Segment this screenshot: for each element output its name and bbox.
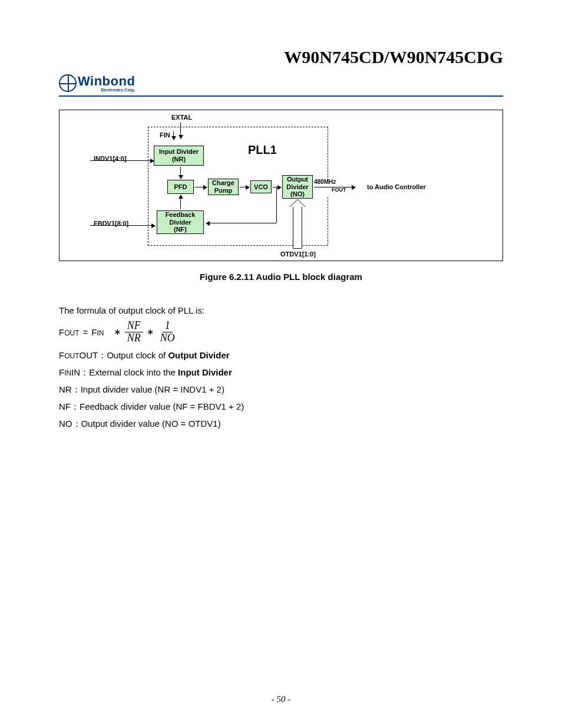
def-fin: FININ：External clock into the Input Divi…	[59, 367, 503, 378]
block-output-divider: Output Divider (NO)	[282, 175, 313, 199]
label-indv: INDV1[4:0]	[94, 155, 127, 162]
arrow-icon	[90, 160, 154, 161]
arrow-icon	[180, 167, 181, 179]
label-480mhz: 480MHz	[314, 179, 336, 185]
arrow-icon	[273, 187, 281, 187]
def-no: NO：Output divider value (NO = OTDV1)	[59, 419, 503, 430]
label-otdv: OTDV1[1:0]	[280, 251, 316, 258]
arrow-icon	[173, 131, 174, 140]
def-fout: FOUTOUT：Output clock of Output Divider	[59, 350, 503, 361]
block-feedback-divider: Feedback Divider (NF)	[157, 210, 204, 234]
block-vco: VCO	[250, 180, 272, 193]
page: W90N745CD/W90N745CDG Winbond Electronics…	[0, 0, 562, 728]
formula: FOUT = FIN ∗ NFNR ∗ 1NO	[59, 320, 503, 344]
logo: Winbond Electronics Corp.	[59, 74, 503, 92]
label-fout: FOUT	[332, 187, 346, 193]
header-rule	[59, 95, 503, 97]
arrow-icon	[240, 187, 249, 187]
block-input-divider: Input Divider (NR)	[154, 146, 204, 166]
arrow-icon	[206, 223, 276, 223]
intro-text: The formula of output clock of PLL is:	[59, 305, 503, 315]
label-fin: FIN	[160, 131, 170, 139]
block-pfd: PFD	[167, 180, 194, 194]
globe-icon	[59, 74, 77, 92]
label-to-audio: to Audio Controller	[367, 183, 426, 190]
arrow-icon	[195, 187, 207, 187]
arrow-icon	[180, 195, 181, 209]
doc-title: W90N745CD/W90N745CDG	[59, 47, 503, 67]
label-pll1: PLL1	[248, 143, 277, 157]
label-fbdv: FBDV1[8:0]	[94, 220, 128, 227]
big-arrow-icon	[293, 207, 302, 248]
logo-subtext: Electronics Corp.	[78, 88, 135, 92]
arrow-icon	[314, 187, 355, 187]
block-diagram: EXTAL FIN PLL1 INDV1[4:0] Input Divider …	[59, 110, 503, 261]
block-charge-pump: Charge Pump	[208, 179, 239, 195]
label-extal: EXTAL	[171, 114, 192, 121]
def-nf: NF：Feedback divider value (NF = FBDV1 + …	[59, 401, 503, 413]
def-nr: NR：Input divider value (NR = INDV1 + 2)	[59, 384, 503, 396]
page-number: - 50 -	[0, 694, 562, 704]
arrow-icon	[90, 225, 155, 226]
logo-text: Winbond	[78, 75, 135, 88]
figure-caption: Figure 6.2.11 Audio PLL block diagram	[59, 272, 503, 282]
